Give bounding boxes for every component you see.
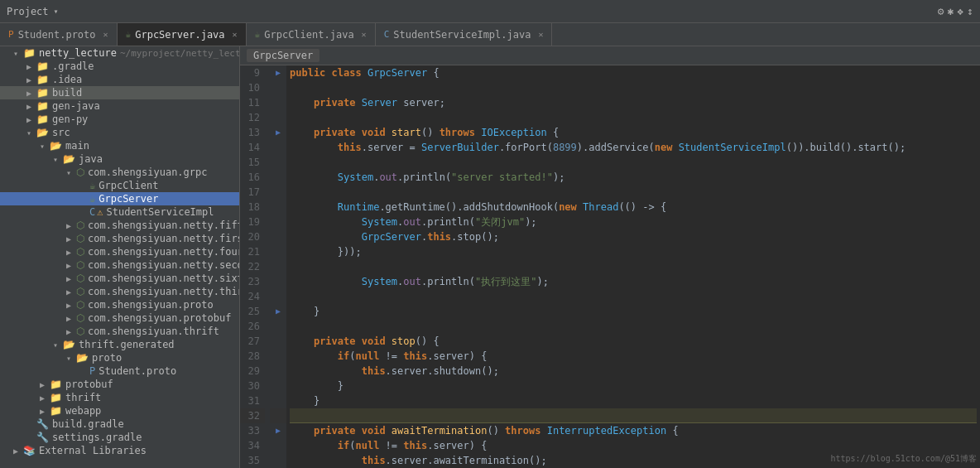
folder-icon: 📂 [36, 127, 49, 138]
tab-grpc-server[interactable]: ☕ GrpcServer.java ✕ [118, 23, 247, 46]
main-area: ▾ 📁 netty_lecture ~/myproject/netty_lect… [0, 46, 980, 468]
tree-label: protobuf [65, 379, 113, 390]
editor: GrpcServer 91011121314151617181920212223… [240, 46, 980, 468]
sidebar-item-ext-libs[interactable]: ▶ 📚 External Libraries [0, 444, 239, 457]
expand-arrow: ▶ [40, 393, 50, 403]
tree-label: com.shengsiyuan.netty.thirdexamp [88, 286, 240, 297]
expand-arrow: ▶ [26, 62, 36, 71]
expand-arrow: ▶ [66, 314, 76, 323]
tree-label: com.shengsiyuan.protobuf [88, 312, 231, 324]
sidebar-item-proto-pkg[interactable]: ▶ ⬡ com.shengsiyuan.proto [0, 298, 239, 311]
dropdown-arrow[interactable]: ▾ [54, 7, 59, 16]
tab-icon-java: ☕ [126, 29, 132, 40]
sidebar-item-grpc-server[interactable]: ☕ GrpcServer [0, 192, 239, 205]
sidebar-item-protobuf-pkg[interactable]: ▶ ⬡ com.shengsiyuan.protobuf [0, 311, 239, 325]
package-icon: ⬡ [76, 233, 84, 244]
java-folder-icon: 📂 [63, 153, 75, 165]
expand-arrow: ▶ [66, 221, 76, 230]
sidebar-item-thrift-generated[interactable]: ▾ 📂 thrift.generated [0, 338, 239, 351]
tree-label: GrpcClient [98, 180, 158, 191]
sidebar-item-build[interactable]: ▶ 📁 build [0, 86, 239, 99]
package-icon: ⬡ [76, 273, 84, 284]
expand-icon[interactable]: ↕ [967, 5, 973, 17]
expand-arrow: ▶ [66, 248, 76, 257]
tree-label: main [65, 140, 89, 152]
tree-label: proto [92, 352, 122, 364]
sidebar-item-main[interactable]: ▾ 📂 main [0, 139, 239, 152]
folder-icon: 📁 [50, 379, 62, 390]
tab-student-proto[interactable]: P Student.proto ✕ [0, 23, 118, 46]
tab-icon-c: C [384, 29, 390, 40]
java-file-icon: ☕ [89, 180, 95, 191]
structure-icon[interactable]: ❖ [957, 5, 963, 17]
sidebar-item-protobuf-folder[interactable]: ▶ 📁 protobuf [0, 378, 239, 391]
expand-arrow: ▶ [66, 261, 76, 270]
folder-icon: 📁 [36, 113, 49, 125]
gradle-icon: 🔧 [36, 432, 49, 443]
sidebar-item-grpc-client[interactable]: ☕ GrpcClient [0, 179, 239, 192]
sidebar-item-second[interactable]: ▶ ⬡ com.shengsiyuan.netty.secondexa [0, 258, 239, 272]
tab-label: GrpcServer.java [135, 29, 224, 41]
tree-label: thrift.generated [79, 339, 175, 350]
tab-grpc-client[interactable]: ☕ GrpcClient.java ✕ [247, 23, 376, 46]
folder-icon: 📁 [36, 60, 49, 72]
sidebar-item-thrift-folder[interactable]: ▶ 📁 thrift [0, 391, 239, 404]
sidebar-item-java[interactable]: ▾ 📂 java [0, 152, 239, 166]
tab-close[interactable]: ✕ [103, 30, 108, 39]
watermark: https://blog.51cto.com/@51博客 [830, 453, 977, 465]
expand-arrow: ▶ [66, 234, 76, 244]
tab-student-service-impl[interactable]: C StudentServiceImpl.java ✕ [376, 23, 553, 46]
tree-label: thrift [65, 392, 101, 403]
sidebar-item-sixth[interactable]: ▶ ⬡ com.shengsiyuan.netty.sixthexamp [0, 272, 239, 285]
line-numbers: 9101112131415161718192021222324252627282… [240, 65, 270, 468]
java-file-icon: ☕ [89, 193, 95, 205]
sidebar-item-proto-folder[interactable]: ▾ 📂 proto [0, 351, 239, 364]
folder-icon: 📁 [36, 100, 49, 112]
sidebar-item-webapp[interactable]: ▶ 📁 webapp [0, 404, 239, 417]
sidebar-item-settings-gradle[interactable]: 🔧 settings.gradle [0, 431, 239, 444]
sidebar-item-build-gradle[interactable]: 🔧 build.gradle [0, 417, 239, 431]
sidebar-item-student-service-impl[interactable]: C ⚠ StudentServiceImpl [0, 205, 239, 219]
sidebar-item-student-proto[interactable]: P Student.proto [0, 364, 239, 378]
star-icon[interactable]: ✱ [948, 5, 954, 17]
folder-icon: 📁 [36, 87, 49, 99]
expand-arrow: ▾ [53, 155, 63, 164]
code-area[interactable]: 9101112131415161718192021222324252627282… [240, 65, 980, 468]
tab-label: StudentServiceImpl.java [393, 29, 531, 41]
sidebar-item-fourth[interactable]: ▶ ⬡ com.shengsiyuan.netty.fourthexam [0, 245, 239, 258]
tree-label: GrpcServer [98, 193, 158, 205]
sidebar-item-root[interactable]: ▾ 📁 netty_lecture ~/myproject/netty_lect… [0, 46, 239, 60]
tab-icon-java: ☕ [255, 29, 261, 40]
code-content[interactable]: public class GrpcServer { private Server… [286, 65, 980, 468]
folder-icon: 📁 [23, 47, 36, 59]
tabs-bar: P Student.proto ✕ ☕ GrpcServer.java ✕ ☕ … [0, 23, 980, 46]
expand-arrow: ▾ [66, 354, 76, 363]
breadcrumb-bar: GrpcServer [240, 46, 980, 65]
project-title: Project [7, 6, 49, 17]
folder-icon: 📁 [50, 405, 62, 417]
tree-label: com.shengsiyuan.netty.secondexa [88, 259, 240, 271]
sidebar-item-grpc-package[interactable]: ▾ ⬡ com.shengsiyuan.grpc [0, 166, 239, 179]
tab-close[interactable]: ✕ [233, 30, 238, 39]
expand-arrow: ▶ [13, 446, 23, 456]
sidebar-item-thrift-pkg[interactable]: ▶ ⬡ com.shengsiyuan.thrift [0, 325, 239, 338]
settings-icon[interactable]: ⚙ [938, 5, 944, 17]
sidebar-item-first[interactable]: ▶ ⬡ com.shengsiyuan.netty.firstexampl [0, 232, 239, 245]
sidebar-item-idea[interactable]: ▶ 📁 .idea [0, 73, 239, 86]
folder-icon: 📂 [50, 140, 62, 152]
sidebar-item-gen-py[interactable]: ▶ 📁 gen-py [0, 113, 239, 126]
line-gutter: ▶▶▶▶▶ [270, 65, 286, 468]
sidebar-item-fifth[interactable]: ▶ ⬡ com.shengsiyuan.netty.fifthexamp [0, 219, 239, 232]
expand-arrow: ▾ [66, 168, 76, 177]
tab-close[interactable]: ✕ [538, 30, 543, 39]
sidebar-item-src[interactable]: ▾ 📂 src [0, 126, 239, 139]
sidebar-item-third[interactable]: ▶ ⬡ com.shengsiyuan.netty.thirdexamp [0, 285, 239, 298]
tree-label: com.shengsiyuan.netty.sixthexamp [88, 273, 240, 284]
sidebar-item-gen-java[interactable]: ▶ 📁 gen-java [0, 99, 239, 113]
lib-icon: 📚 [23, 445, 36, 456]
tree-label: webapp [65, 405, 101, 417]
tree-label: netty_lecture [39, 47, 117, 59]
tab-close[interactable]: ✕ [362, 30, 367, 39]
sidebar-item-gradle[interactable]: ▶ 📁 .gradle [0, 60, 239, 73]
tree-label: java [79, 153, 103, 165]
